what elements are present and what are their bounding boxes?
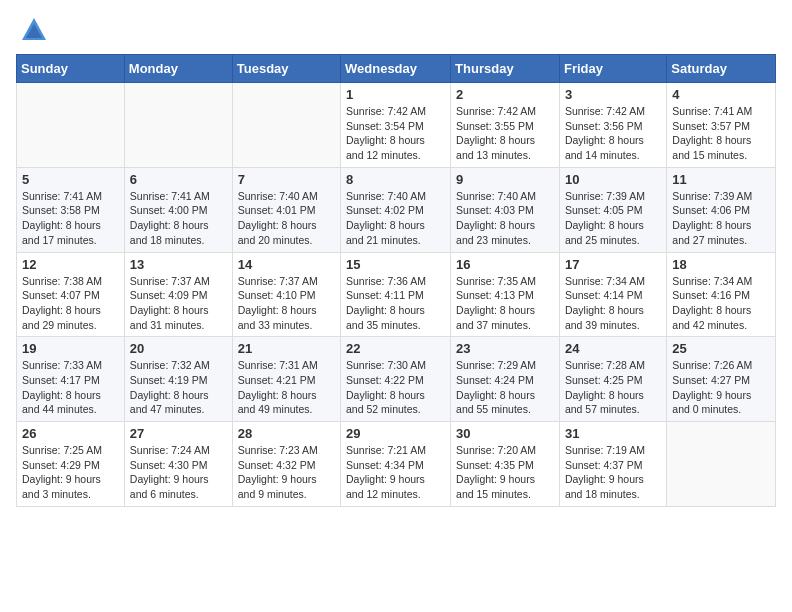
day-number: 9 <box>456 172 554 187</box>
day-number: 24 <box>565 341 661 356</box>
calendar-cell: 10Sunrise: 7:39 AM Sunset: 4:05 PM Dayli… <box>559 167 666 252</box>
day-info: Sunrise: 7:42 AM Sunset: 3:54 PM Dayligh… <box>346 104 445 163</box>
calendar-cell: 29Sunrise: 7:21 AM Sunset: 4:34 PM Dayli… <box>341 422 451 507</box>
day-number: 17 <box>565 257 661 272</box>
day-number: 19 <box>22 341 119 356</box>
day-number: 5 <box>22 172 119 187</box>
day-info: Sunrise: 7:41 AM Sunset: 4:00 PM Dayligh… <box>130 189 227 248</box>
day-info: Sunrise: 7:25 AM Sunset: 4:29 PM Dayligh… <box>22 443 119 502</box>
calendar-week-5: 26Sunrise: 7:25 AM Sunset: 4:29 PM Dayli… <box>17 422 776 507</box>
day-info: Sunrise: 7:34 AM Sunset: 4:14 PM Dayligh… <box>565 274 661 333</box>
day-number: 25 <box>672 341 770 356</box>
day-number: 29 <box>346 426 445 441</box>
day-number: 18 <box>672 257 770 272</box>
calendar-week-1: 1Sunrise: 7:42 AM Sunset: 3:54 PM Daylig… <box>17 83 776 168</box>
calendar-cell: 5Sunrise: 7:41 AM Sunset: 3:58 PM Daylig… <box>17 167 125 252</box>
calendar-cell: 12Sunrise: 7:38 AM Sunset: 4:07 PM Dayli… <box>17 252 125 337</box>
day-info: Sunrise: 7:37 AM Sunset: 4:09 PM Dayligh… <box>130 274 227 333</box>
day-number: 8 <box>346 172 445 187</box>
calendar-cell: 31Sunrise: 7:19 AM Sunset: 4:37 PM Dayli… <box>559 422 666 507</box>
calendar-cell: 22Sunrise: 7:30 AM Sunset: 4:22 PM Dayli… <box>341 337 451 422</box>
calendar-cell: 23Sunrise: 7:29 AM Sunset: 4:24 PM Dayli… <box>451 337 560 422</box>
day-number: 20 <box>130 341 227 356</box>
day-info: Sunrise: 7:37 AM Sunset: 4:10 PM Dayligh… <box>238 274 335 333</box>
day-info: Sunrise: 7:33 AM Sunset: 4:17 PM Dayligh… <box>22 358 119 417</box>
weekday-header-friday: Friday <box>559 55 666 83</box>
day-info: Sunrise: 7:21 AM Sunset: 4:34 PM Dayligh… <box>346 443 445 502</box>
day-number: 28 <box>238 426 335 441</box>
calendar-cell <box>232 83 340 168</box>
weekday-header-thursday: Thursday <box>451 55 560 83</box>
day-number: 23 <box>456 341 554 356</box>
weekday-header-wednesday: Wednesday <box>341 55 451 83</box>
day-number: 15 <box>346 257 445 272</box>
day-info: Sunrise: 7:38 AM Sunset: 4:07 PM Dayligh… <box>22 274 119 333</box>
logo-icon <box>20 16 48 44</box>
day-info: Sunrise: 7:32 AM Sunset: 4:19 PM Dayligh… <box>130 358 227 417</box>
day-number: 31 <box>565 426 661 441</box>
calendar-cell: 1Sunrise: 7:42 AM Sunset: 3:54 PM Daylig… <box>341 83 451 168</box>
day-info: Sunrise: 7:40 AM Sunset: 4:03 PM Dayligh… <box>456 189 554 248</box>
calendar-cell: 20Sunrise: 7:32 AM Sunset: 4:19 PM Dayli… <box>124 337 232 422</box>
day-info: Sunrise: 7:31 AM Sunset: 4:21 PM Dayligh… <box>238 358 335 417</box>
calendar-cell: 2Sunrise: 7:42 AM Sunset: 3:55 PM Daylig… <box>451 83 560 168</box>
day-info: Sunrise: 7:42 AM Sunset: 3:56 PM Dayligh… <box>565 104 661 163</box>
calendar-week-2: 5Sunrise: 7:41 AM Sunset: 3:58 PM Daylig… <box>17 167 776 252</box>
calendar-cell: 7Sunrise: 7:40 AM Sunset: 4:01 PM Daylig… <box>232 167 340 252</box>
calendar-cell: 19Sunrise: 7:33 AM Sunset: 4:17 PM Dayli… <box>17 337 125 422</box>
day-info: Sunrise: 7:39 AM Sunset: 4:06 PM Dayligh… <box>672 189 770 248</box>
calendar-cell: 9Sunrise: 7:40 AM Sunset: 4:03 PM Daylig… <box>451 167 560 252</box>
day-number: 26 <box>22 426 119 441</box>
calendar-cell: 16Sunrise: 7:35 AM Sunset: 4:13 PM Dayli… <box>451 252 560 337</box>
calendar-cell <box>124 83 232 168</box>
day-info: Sunrise: 7:29 AM Sunset: 4:24 PM Dayligh… <box>456 358 554 417</box>
day-number: 1 <box>346 87 445 102</box>
day-number: 16 <box>456 257 554 272</box>
calendar-table: SundayMondayTuesdayWednesdayThursdayFrid… <box>16 54 776 507</box>
day-info: Sunrise: 7:19 AM Sunset: 4:37 PM Dayligh… <box>565 443 661 502</box>
day-info: Sunrise: 7:39 AM Sunset: 4:05 PM Dayligh… <box>565 189 661 248</box>
day-info: Sunrise: 7:30 AM Sunset: 4:22 PM Dayligh… <box>346 358 445 417</box>
calendar-cell: 4Sunrise: 7:41 AM Sunset: 3:57 PM Daylig… <box>667 83 776 168</box>
calendar-week-4: 19Sunrise: 7:33 AM Sunset: 4:17 PM Dayli… <box>17 337 776 422</box>
calendar-cell: 26Sunrise: 7:25 AM Sunset: 4:29 PM Dayli… <box>17 422 125 507</box>
calendar-cell: 11Sunrise: 7:39 AM Sunset: 4:06 PM Dayli… <box>667 167 776 252</box>
day-number: 2 <box>456 87 554 102</box>
day-info: Sunrise: 7:24 AM Sunset: 4:30 PM Dayligh… <box>130 443 227 502</box>
day-number: 22 <box>346 341 445 356</box>
calendar-cell: 14Sunrise: 7:37 AM Sunset: 4:10 PM Dayli… <box>232 252 340 337</box>
calendar-cell: 17Sunrise: 7:34 AM Sunset: 4:14 PM Dayli… <box>559 252 666 337</box>
calendar-cell: 28Sunrise: 7:23 AM Sunset: 4:32 PM Dayli… <box>232 422 340 507</box>
day-number: 7 <box>238 172 335 187</box>
day-info: Sunrise: 7:36 AM Sunset: 4:11 PM Dayligh… <box>346 274 445 333</box>
calendar-cell: 15Sunrise: 7:36 AM Sunset: 4:11 PM Dayli… <box>341 252 451 337</box>
calendar-cell: 6Sunrise: 7:41 AM Sunset: 4:00 PM Daylig… <box>124 167 232 252</box>
page-header <box>16 16 776 44</box>
calendar-cell: 13Sunrise: 7:37 AM Sunset: 4:09 PM Dayli… <box>124 252 232 337</box>
calendar-cell: 18Sunrise: 7:34 AM Sunset: 4:16 PM Dayli… <box>667 252 776 337</box>
calendar-cell: 27Sunrise: 7:24 AM Sunset: 4:30 PM Dayli… <box>124 422 232 507</box>
calendar-cell: 8Sunrise: 7:40 AM Sunset: 4:02 PM Daylig… <box>341 167 451 252</box>
day-info: Sunrise: 7:35 AM Sunset: 4:13 PM Dayligh… <box>456 274 554 333</box>
weekday-header-sunday: Sunday <box>17 55 125 83</box>
weekday-header-tuesday: Tuesday <box>232 55 340 83</box>
logo <box>16 16 48 44</box>
day-info: Sunrise: 7:34 AM Sunset: 4:16 PM Dayligh… <box>672 274 770 333</box>
weekday-header-monday: Monday <box>124 55 232 83</box>
day-info: Sunrise: 7:41 AM Sunset: 3:57 PM Dayligh… <box>672 104 770 163</box>
calendar-cell: 30Sunrise: 7:20 AM Sunset: 4:35 PM Dayli… <box>451 422 560 507</box>
day-info: Sunrise: 7:41 AM Sunset: 3:58 PM Dayligh… <box>22 189 119 248</box>
weekday-header-saturday: Saturday <box>667 55 776 83</box>
calendar-week-3: 12Sunrise: 7:38 AM Sunset: 4:07 PM Dayli… <box>17 252 776 337</box>
day-info: Sunrise: 7:42 AM Sunset: 3:55 PM Dayligh… <box>456 104 554 163</box>
day-info: Sunrise: 7:40 AM Sunset: 4:01 PM Dayligh… <box>238 189 335 248</box>
calendar-cell <box>17 83 125 168</box>
day-number: 13 <box>130 257 227 272</box>
day-number: 6 <box>130 172 227 187</box>
day-info: Sunrise: 7:40 AM Sunset: 4:02 PM Dayligh… <box>346 189 445 248</box>
day-number: 30 <box>456 426 554 441</box>
calendar-cell: 3Sunrise: 7:42 AM Sunset: 3:56 PM Daylig… <box>559 83 666 168</box>
calendar-cell: 24Sunrise: 7:28 AM Sunset: 4:25 PM Dayli… <box>559 337 666 422</box>
day-number: 12 <box>22 257 119 272</box>
day-number: 27 <box>130 426 227 441</box>
